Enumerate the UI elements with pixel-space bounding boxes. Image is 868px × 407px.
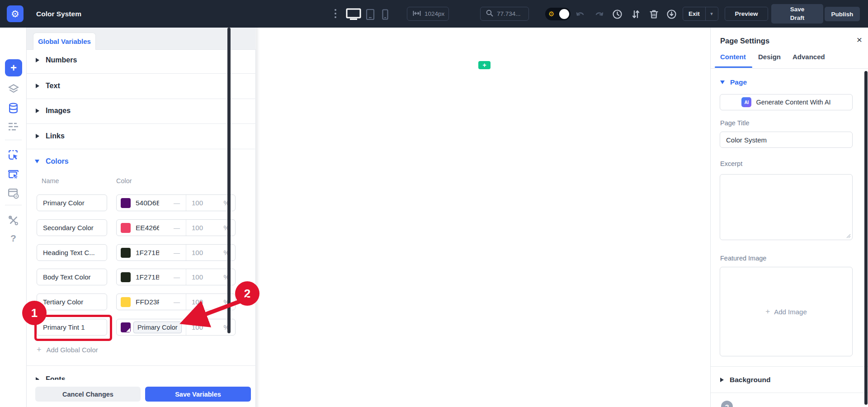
opacity-value[interactable]: 100: [192, 269, 203, 285]
history-icon[interactable]: [612, 9, 623, 19]
tabs-divider: [711, 68, 868, 69]
opacity-value[interactable]: 100: [192, 245, 203, 260]
color-swatch[interactable]: [121, 198, 131, 208]
save-draft-button[interactable]: Save Draft: [771, 4, 823, 24]
color-value-control[interactable]: 1F271B — 100 %: [116, 269, 236, 285]
color-value-control[interactable]: 540D6E — 100 %: [116, 194, 236, 211]
tab-design[interactable]: Design: [758, 53, 781, 61]
global-data-icon[interactable]: [0, 99, 27, 117]
tab-advanced[interactable]: Advanced: [793, 53, 825, 61]
color-hex-value[interactable]: FFD23F: [136, 294, 159, 310]
viewport-width-value: 1024px: [425, 10, 444, 17]
color-name-input[interactable]: Heading Text C...: [37, 244, 107, 261]
section-text[interactable]: Text: [27, 81, 256, 90]
tools-icon[interactable]: [0, 211, 27, 229]
page-title-input[interactable]: [720, 132, 853, 148]
color-row: Primary Color 540D6E — 100 %: [27, 194, 256, 211]
preview-button[interactable]: Preview: [725, 7, 768, 21]
add-section-button[interactable]: +: [478, 61, 491, 69]
tablet-viewport-icon[interactable]: [365, 9, 375, 20]
plus-icon: +: [37, 345, 42, 355]
control-divider: [186, 269, 186, 285]
add-element-button[interactable]: +: [5, 59, 22, 76]
help-icon[interactable]: ?: [0, 229, 27, 247]
resize-handle-icon[interactable]: [846, 234, 851, 238]
active-tab-underline: [715, 66, 752, 68]
section-links[interactable]: Links: [27, 132, 256, 141]
add-global-color-button[interactable]: + Add Global Color: [27, 344, 256, 355]
opacity-value[interactable]: 100: [192, 220, 203, 236]
zoom-level-input[interactable]: 77.734...: [480, 7, 529, 21]
color-hex-value[interactable]: 1F271B: [136, 269, 159, 285]
control-divider: [186, 245, 186, 260]
generate-ai-button[interactable]: AI Generate Content With AI: [720, 94, 853, 110]
tab-content[interactable]: Content: [720, 53, 746, 61]
publish-button[interactable]: Publish: [825, 7, 860, 21]
section-page[interactable]: Page: [720, 78, 747, 86]
trash-icon[interactable]: [648, 9, 659, 19]
opacity-value[interactable]: 100: [192, 195, 203, 211]
mobile-viewport-icon[interactable]: [382, 9, 389, 20]
redo-icon[interactable]: [594, 9, 604, 19]
power-icon[interactable]: [666, 9, 677, 19]
color-hex-value[interactable]: EE4266: [136, 220, 159, 236]
color-value-control[interactable]: 1F271B — 100 %: [116, 244, 236, 261]
section-divider: [27, 99, 256, 99]
settings-box-icon[interactable]: [0, 184, 27, 202]
featured-image-box[interactable]: + Add Image: [720, 267, 853, 356]
color-swatch[interactable]: [121, 248, 131, 258]
breakdance-builder: ⚙ Color System 1024px 77.734... ⚙: [0, 0, 868, 407]
collapsed-triangle-icon: [720, 378, 724, 382]
settings-scrollbar[interactable]: [864, 71, 868, 405]
color-swatch[interactable]: [121, 272, 131, 282]
rail-divider: [5, 140, 22, 140]
section-numbers[interactable]: Numbers: [27, 56, 256, 65]
cancel-changes-button[interactable]: Cancel Changes: [35, 387, 141, 402]
desktop-viewport-icon[interactable]: [345, 8, 362, 20]
document-title: Color System: [36, 0, 81, 28]
builder-logo-gear-icon[interactable]: ⚙: [7, 5, 24, 22]
tab-global-variables[interactable]: Global Variables: [33, 33, 96, 50]
color-hex-value[interactable]: 540D6E: [136, 195, 159, 211]
excerpt-textarea[interactable]: [720, 174, 853, 240]
element-selector-icon[interactable]: [0, 146, 27, 164]
editor-canvas[interactable]: +: [256, 28, 710, 407]
element-selector-alt-icon[interactable]: [0, 165, 27, 183]
color-swatch[interactable]: [121, 297, 131, 307]
left-icon-rail: + ?: [0, 28, 27, 407]
opacity-dash: —: [174, 269, 180, 285]
undo-icon[interactable]: [575, 9, 586, 19]
mode-toggle[interactable]: ⚙: [545, 8, 571, 20]
color-row: Heading Text C... 1F271B — 100 %: [27, 244, 256, 261]
color-hex-value[interactable]: 1F271B: [136, 245, 159, 260]
page-settings-panel: Page Settings × Content Design Advanced …: [710, 28, 868, 407]
section-divider: [711, 366, 868, 367]
collapsed-triangle-icon: [36, 84, 39, 88]
close-icon[interactable]: ×: [854, 34, 865, 46]
color-name-input[interactable]: Body Text Color: [37, 269, 107, 285]
exit-button[interactable]: Exit: [683, 7, 706, 21]
layers-icon[interactable]: [0, 80, 27, 98]
plus-icon: +: [765, 307, 770, 316]
toggle-knob: [559, 9, 569, 19]
viewport-width-input[interactable]: 1024px: [407, 7, 449, 21]
color-swatch[interactable]: [121, 223, 131, 233]
section-colors[interactable]: Colors: [27, 157, 256, 166]
import-export-icon[interactable]: [630, 9, 641, 19]
structure-list-icon[interactable]: [0, 118, 27, 136]
top-toolbar: ⚙ Color System 1024px 77.734... ⚙: [0, 0, 868, 28]
section-divider: [27, 365, 256, 366]
exit-dropdown-chevron-icon[interactable]: ▾: [705, 7, 718, 21]
panel-footer: Cancel Changes Save Variables: [27, 380, 255, 407]
more-options-icon[interactable]: [335, 9, 336, 18]
color-name-input[interactable]: Primary Color: [37, 194, 107, 211]
color-value-control[interactable]: EE4266 — 100 %: [116, 219, 236, 236]
save-variables-button[interactable]: Save Variables: [145, 387, 251, 402]
color-name-input[interactable]: Secondary Color: [37, 219, 107, 236]
section-background[interactable]: Background: [720, 376, 770, 384]
section-divider: [27, 73, 256, 74]
section-divider: [27, 149, 256, 149]
color-name-input[interactable]: Tertiary Color: [37, 293, 107, 310]
linked-color-swatch[interactable]: [121, 322, 131, 332]
section-images[interactable]: Images: [27, 106, 256, 115]
